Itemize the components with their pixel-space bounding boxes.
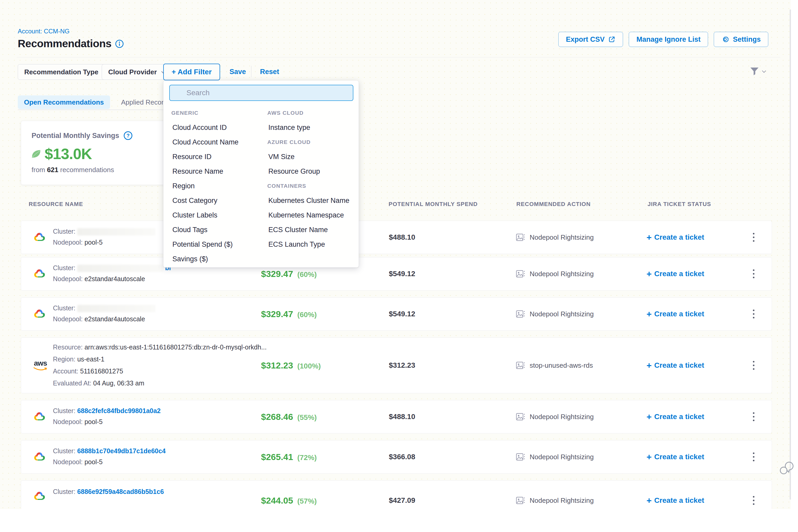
table-row[interactable]: Cluster: 688c2fefc84fbdc99801a0a2 Nodepo… (21, 400, 772, 433)
search-input[interactable] (169, 85, 353, 101)
savings-cell: $312.23 (100%) (261, 360, 321, 370)
aws-icon: aws (33, 360, 48, 371)
save-filter-link[interactable]: Save (229, 68, 246, 76)
plus-icon: + (646, 269, 652, 278)
action-icon (516, 309, 526, 319)
settings-button[interactable]: Settings (714, 32, 768, 47)
info-icon[interactable] (115, 39, 124, 48)
savings-cell: $244.05 (57%) (261, 495, 317, 506)
help-widget-icon[interactable] (779, 458, 794, 480)
plus-icon: + (646, 412, 652, 421)
page-title: Recommendations (18, 38, 111, 50)
savings-cell: $268.46 (55%) (261, 412, 317, 422)
resource-nodepool-line: Nodepool: pool-5 (53, 418, 102, 425)
account-label: Account: (53, 367, 78, 375)
filter-option[interactable]: Cost Category (171, 193, 263, 208)
savings-cell: $329.47 (60%) (261, 309, 317, 319)
spend-value: $312.23 (389, 361, 415, 369)
plus-icon: + (646, 361, 652, 370)
filter-option[interactable]: Resource ID (171, 149, 263, 164)
recommended-action-cell: Nodepool Rightsizing (516, 269, 594, 279)
spend-value: $549.12 (389, 310, 415, 318)
savings-percent: (60%) (297, 310, 317, 319)
filter-option[interactable]: Kubernetes Cluster Name (267, 193, 356, 208)
spend-value: $549.12 (389, 270, 415, 278)
cluster-link[interactable]: 6888b1c70e49db17c1de60c4 (77, 447, 166, 455)
tab-open-label: Open Recommendations (24, 98, 104, 107)
savings-percent: (57%) (297, 497, 317, 506)
cluster-label: Cluster: (53, 407, 75, 414)
table-row[interactable]: Cluster: bi Nodepool: e2standar4autoscal… (21, 257, 772, 290)
row-menu-button[interactable] (751, 267, 757, 280)
filter-option[interactable]: Region (171, 179, 263, 193)
filter-option[interactable]: Instance type (267, 120, 356, 135)
table-row[interactable]: Cluster: Nodepool: pool-5 $488.10 Nodepo… (21, 221, 772, 254)
cluster-label: Cluster: (53, 228, 75, 235)
filter-panel-toggle[interactable] (749, 67, 765, 76)
cluster-label: Cluster: (53, 447, 75, 455)
row-menu-button[interactable] (751, 410, 757, 423)
column-header-jira-ticket-status: JIRA TICKET STATUS (648, 201, 711, 208)
create-ticket-link[interactable]: + Create a ticket (646, 361, 704, 370)
filter-option[interactable]: Potential Spend ($) (171, 237, 263, 252)
create-ticket-link[interactable]: + Create a ticket (646, 496, 704, 505)
filter-option[interactable]: Cluster Labels (171, 208, 263, 223)
row-menu-button[interactable] (751, 307, 757, 321)
row-menu-button[interactable] (751, 494, 757, 507)
recommended-action-cell: Nodepool Rightsizing (516, 232, 594, 242)
tab-open-recommendations[interactable]: Open Recommendations (18, 95, 110, 109)
filter-option[interactable]: Cloud Account Name (171, 135, 263, 149)
savings-value: $265.41 (261, 452, 293, 462)
resource-nodepool-line: Nodepool: e2standar4autoscale (53, 275, 145, 283)
create-ticket-link[interactable]: + Create a ticket (646, 233, 704, 242)
row-menu-button[interactable] (751, 450, 757, 463)
account-value: 511616801275 (80, 367, 123, 375)
cluster-link[interactable]: 688c2fefc84fbdc99801a0a2 (77, 407, 160, 414)
gcp-icon (33, 232, 46, 243)
cluster-label: Cluster: (53, 488, 75, 495)
filter-option[interactable]: ECS Cluster Name (267, 223, 356, 237)
cloud-provider-filter[interactable]: Cloud Provider (102, 64, 171, 80)
redacted-cluster-name (77, 305, 155, 312)
filter-option[interactable]: Resource Group (267, 164, 356, 179)
filter-group-header: AWS CLOUD (267, 106, 356, 120)
filter-group-header: AZURE CLOUD (267, 135, 356, 149)
nodepool-label: Nodepool: (53, 458, 83, 466)
filter-option[interactable]: Savings ($) (171, 252, 263, 266)
table-row[interactable]: aws Resource: arn:aws:rds:us-east-1:5116… (21, 338, 772, 393)
create-ticket-link[interactable]: + Create a ticket (646, 309, 704, 318)
scrollbar[interactable] (790, 10, 791, 500)
savings-card-title: Potential Monthly Savings (32, 132, 119, 140)
savings-value: $268.46 (261, 412, 293, 422)
add-filter-button[interactable]: + Add Filter (163, 64, 220, 80)
create-ticket-link[interactable]: + Create a ticket (646, 453, 704, 461)
action-label: stop-unused-aws-rds (530, 361, 593, 369)
table-row[interactable]: Cluster: Nodepool: e2standar4autoscale $… (21, 297, 772, 331)
export-csv-button[interactable]: Export CSV (558, 32, 623, 47)
action-icon (516, 495, 526, 506)
cluster-link[interactable]: 6886e92f59a48cad86b5b1c6 (77, 488, 164, 495)
filter-option[interactable]: VM Size (267, 149, 356, 164)
filter-option[interactable]: ECS Launch Type (267, 237, 356, 252)
table-row[interactable]: Cluster: 6888b1c70e49db17c1de60c4 Nodepo… (21, 440, 772, 474)
manage-ignore-list-button[interactable]: Manage Ignore List (629, 32, 708, 47)
row-menu-button[interactable] (751, 231, 757, 244)
breadcrumb-account[interactable]: Account: CCM-NG (18, 27, 70, 35)
create-ticket-link[interactable]: + Create a ticket (646, 269, 704, 278)
filter-option[interactable]: Resource Name (171, 164, 263, 179)
row-menu-button[interactable] (751, 359, 757, 372)
savings-sub-suffix: recommendations (60, 166, 114, 174)
action-icon (516, 269, 526, 279)
filter-option[interactable]: Kubernetes Namespace (267, 208, 356, 223)
filter-option[interactable]: Cloud Tags (171, 223, 263, 237)
action-icon (516, 360, 526, 370)
page: Account: CCM-NG Recommendations Export C… (0, 0, 798, 532)
table-row[interactable]: Cluster: 6886e92f59a48cad86b5b1c6 $244.0… (21, 480, 772, 509)
create-ticket-link[interactable]: + Create a ticket (646, 412, 704, 421)
add-filter-dropdown: GENERIC Cloud Account ID Cloud Account N… (163, 80, 359, 268)
reset-filter-link[interactable]: Reset (260, 68, 279, 76)
create-ticket-label: Create a ticket (654, 413, 704, 421)
help-icon[interactable]: ? (124, 131, 133, 140)
recommendation-type-filter[interactable]: Recommendation Type (18, 64, 112, 80)
filter-option[interactable]: Cloud Account ID (171, 120, 263, 135)
